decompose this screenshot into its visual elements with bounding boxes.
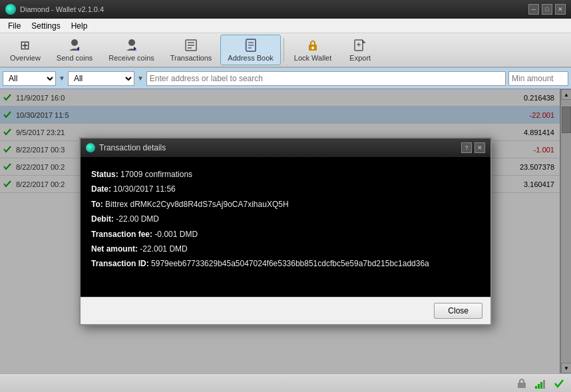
modal-footer: Close xyxy=(81,297,490,324)
close-button[interactable]: Close xyxy=(434,303,482,319)
receive-coins-icon xyxy=(124,38,139,53)
export-label: Export xyxy=(349,54,371,62)
toolbar-export[interactable]: Export xyxy=(340,35,380,65)
overview-icon: ⊞ xyxy=(18,38,33,53)
export-icon xyxy=(353,38,367,53)
to-label: To: xyxy=(91,200,103,209)
filter-dropdown-arrow: ▼ xyxy=(137,75,144,82)
status-signal-icon xyxy=(534,377,547,390)
debit-value: -22.00 DMD xyxy=(116,214,159,224)
status-check-icon xyxy=(552,377,566,390)
menu-settings[interactable]: Settings xyxy=(26,20,65,32)
app-title: Diamond - Wallet v2.1.0.4 xyxy=(20,5,104,13)
toolbar-receive-coins[interactable]: Receive coins xyxy=(101,35,161,65)
menu-help[interactable]: Help xyxy=(66,20,93,32)
modal-title-icon xyxy=(86,143,95,152)
date-line: Date: 10/30/2017 11:56 xyxy=(91,182,480,196)
min-amount-input[interactable] xyxy=(508,71,568,86)
menu-file[interactable]: File xyxy=(3,20,26,32)
fee-value: -0.001 DMD xyxy=(154,230,198,239)
send-coins-label: Send coins xyxy=(57,54,93,62)
status-bar xyxy=(0,373,571,392)
search-input[interactable] xyxy=(146,71,506,86)
receive-coins-label: Receive coins xyxy=(108,54,154,62)
net-label: Net amount: xyxy=(91,244,138,254)
main-content: 11/9/2017 16:00.21643810/30/2017 11:5-22… xyxy=(0,89,571,373)
toolbar-address-book[interactable]: Address Book xyxy=(220,35,280,65)
lock-wallet-icon xyxy=(305,38,320,53)
toolbar-separator xyxy=(284,38,284,62)
transaction-details-modal: Transaction details ? ✕ Status: 17009 co… xyxy=(79,137,492,325)
net-line: Net amount: -22.001 DMD xyxy=(91,242,480,256)
lock-wallet-label: Lock Wallet xyxy=(294,54,331,62)
svg-rect-12 xyxy=(245,47,247,49)
to-value: Bittrex dRMKc2Cyv8d8R4dS7sAj9oCA7xihauXQ… xyxy=(105,200,288,209)
filter-select[interactable]: All xyxy=(68,71,134,86)
toolbar-overview[interactable]: ⊞ Overview xyxy=(3,35,48,65)
maximize-button[interactable]: □ xyxy=(542,4,552,15)
menu-bar: File Settings Help xyxy=(0,19,571,33)
filter-bar: All ▼ All ▼ xyxy=(0,68,571,89)
toolbar-lock-wallet[interactable]: Lock Wallet xyxy=(287,35,339,65)
date-value: 10/30/2017 11:56 xyxy=(113,184,175,194)
debit-line: Debit: -22.00 DMD xyxy=(91,212,480,226)
status-value: 17009 confirmations xyxy=(120,170,192,179)
debit-label: Debit: xyxy=(91,214,114,224)
svg-rect-10 xyxy=(245,42,247,44)
address-book-label: Address Book xyxy=(228,54,273,62)
transactions-label: Transactions xyxy=(170,54,212,62)
status-label: Status: xyxy=(91,170,118,179)
address-book-icon xyxy=(244,38,258,53)
to-line: To: Bittrex dRMKc2Cyv8d8R4dS7sAj9oCA7xih… xyxy=(91,198,480,211)
toolbar-send-coins[interactable]: Send coins xyxy=(49,35,100,65)
net-value: -22.001 DMD xyxy=(140,244,187,254)
send-coins-icon xyxy=(67,38,82,53)
overview-label: Overview xyxy=(10,54,41,62)
date-label: Date: xyxy=(91,184,111,194)
modal-close-title-button[interactable]: ✕ xyxy=(475,142,485,153)
txid-line: Transaction ID: 5979eeb67733629b45a50470… xyxy=(91,257,480,270)
fee-label: Transaction fee: xyxy=(91,230,152,239)
svg-rect-23 xyxy=(540,382,542,389)
svg-rect-21 xyxy=(535,386,537,389)
app-icon xyxy=(5,4,16,15)
svg-rect-24 xyxy=(543,380,545,389)
modal-overlay: Transaction details ? ✕ Status: 17009 co… xyxy=(0,89,571,373)
title-bar: Diamond - Wallet v2.1.0.4 ─ □ ✕ xyxy=(0,0,571,19)
minimize-button[interactable]: ─ xyxy=(528,4,539,15)
toolbar-transactions[interactable]: Transactions xyxy=(163,35,220,65)
modal-help-button[interactable]: ? xyxy=(461,142,472,153)
svg-rect-22 xyxy=(538,384,540,389)
fee-line: Transaction fee: -0.001 DMD xyxy=(91,228,480,241)
type-filter-select[interactable]: All xyxy=(3,71,56,86)
svg-rect-11 xyxy=(245,45,247,47)
status-line: Status: 17009 confirmations xyxy=(91,168,480,181)
status-lock-icon xyxy=(515,377,528,390)
type-dropdown-arrow: ▼ xyxy=(59,75,65,82)
modal-body: Status: 17009 confirmations Date: 10/30/… xyxy=(81,157,490,297)
txid-value: 5979eeb67733629b45a5047024f6e5336bb851cd… xyxy=(151,259,429,268)
svg-point-0 xyxy=(71,39,78,46)
modal-titlebar: Transaction details ? ✕ xyxy=(81,138,490,157)
toolbar: ⊞ Overview Send coins Receive coins xyxy=(0,33,571,68)
txid-label: Transaction ID: xyxy=(91,259,149,268)
svg-point-1 xyxy=(128,39,135,46)
transactions-icon xyxy=(184,38,198,53)
svg-point-14 xyxy=(311,47,314,49)
svg-rect-20 xyxy=(518,383,526,388)
close-window-button[interactable]: ✕ xyxy=(555,4,566,15)
modal-title: Transaction details xyxy=(99,143,166,152)
